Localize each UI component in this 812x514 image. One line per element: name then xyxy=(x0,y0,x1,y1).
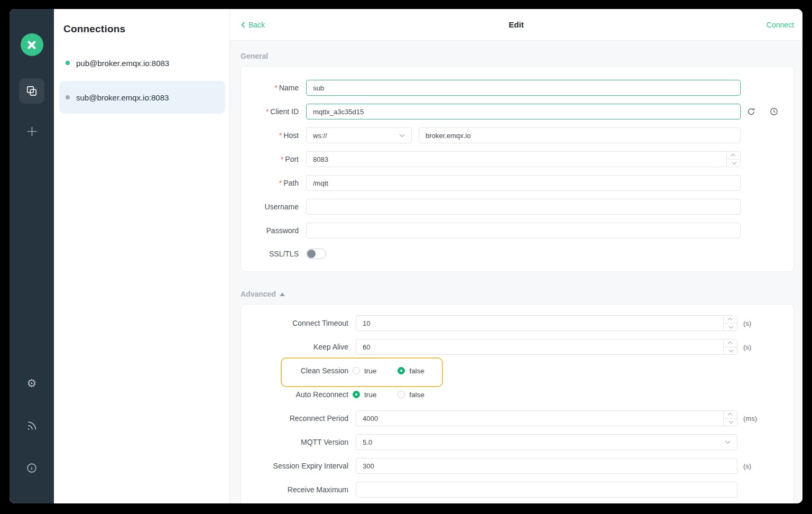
clean-session-row: Clean Session true false xyxy=(252,363,793,379)
chevron-up-icon xyxy=(727,413,732,417)
protocol-select[interactable]: ws:// xyxy=(306,127,412,143)
name-input[interactable] xyxy=(306,80,741,96)
stepper-down-button[interactable] xyxy=(724,418,737,426)
settings-button[interactable]: ⚙ xyxy=(24,375,40,391)
username-row: Username xyxy=(252,199,793,215)
advanced-section-label[interactable]: Advanced xyxy=(241,290,794,298)
stepper-up-button[interactable] xyxy=(724,316,737,323)
main-area: Back Edit Connect General *Name *Client … xyxy=(230,9,802,503)
client-id-input[interactable] xyxy=(306,104,741,120)
chevron-down-icon xyxy=(728,324,733,328)
path-row: *Path xyxy=(252,175,793,191)
connection-item-pub[interactable]: pub@broker.emqx.io:8083 xyxy=(54,48,229,78)
connect-button[interactable]: Connect xyxy=(767,21,794,29)
host-label: *Host xyxy=(252,131,299,140)
name-row: *Name xyxy=(252,80,793,96)
required-mark: * xyxy=(281,155,283,163)
status-dot-connected xyxy=(66,61,70,65)
page-title: Edit xyxy=(509,20,523,29)
panel-title: Connections xyxy=(54,9,229,35)
mqtt-version-value: 5.0 xyxy=(363,438,372,446)
keep-alive-row: Keep Alive (s) xyxy=(252,339,793,355)
app-window: ⚙ Connections p xyxy=(10,9,802,503)
mqtt-version-label: MQTT Version xyxy=(252,438,348,446)
edit-form-content: General *Name *Client ID xyxy=(230,41,802,503)
connections-list: pub@broker.emqx.io:8083 sub@broker.emqx.… xyxy=(54,48,229,114)
path-input[interactable] xyxy=(306,175,741,191)
advanced-card: Connect Timeout (s) Keep Alive xyxy=(241,304,794,503)
connect-timeout-input[interactable] xyxy=(356,315,737,331)
keep-alive-stepper xyxy=(723,339,737,354)
connect-timeout-label: Connect Timeout xyxy=(252,319,348,327)
keep-alive-input[interactable] xyxy=(356,339,737,355)
chevron-up-icon xyxy=(727,318,732,322)
clean-session-radio-group: true false xyxy=(353,367,425,375)
password-input[interactable] xyxy=(306,223,741,238)
stepper-down-button[interactable] xyxy=(724,347,737,355)
back-button[interactable]: Back xyxy=(241,21,265,29)
unit-label: (s) xyxy=(743,343,751,351)
radio-option-label: false xyxy=(409,367,425,375)
connect-timeout-stepper xyxy=(723,316,737,331)
radio-unselected-icon xyxy=(398,391,405,398)
sidebar-item-connections[interactable] xyxy=(19,78,44,104)
protocol-value: ws:// xyxy=(313,132,327,140)
client-id-history-button[interactable] xyxy=(770,107,778,116)
username-input[interactable] xyxy=(306,199,741,215)
status-dot-disconnected xyxy=(66,95,70,99)
general-card: *Name *Client ID xyxy=(241,66,794,272)
feed-button[interactable] xyxy=(24,418,40,434)
stepper-up-button[interactable] xyxy=(727,152,740,159)
clean-session-true-option[interactable]: true xyxy=(353,367,376,375)
auto-reconnect-false-option[interactable]: false xyxy=(398,391,425,399)
new-connection-button[interactable] xyxy=(21,121,42,142)
host-input[interactable] xyxy=(419,127,741,143)
general-section-label: General xyxy=(241,52,794,60)
reconnect-period-input[interactable] xyxy=(356,410,737,426)
client-id-row: *Client ID xyxy=(252,104,793,120)
keep-alive-label: Keep Alive xyxy=(252,343,348,351)
ssl-tls-toggle[interactable] xyxy=(306,249,326,259)
clean-session-false-option[interactable]: false xyxy=(398,367,425,375)
connection-item-sub[interactable]: sub@broker.emqx.io:8083 xyxy=(59,81,225,114)
unit-label: (s) xyxy=(743,462,751,470)
auto-reconnect-true-option[interactable]: true xyxy=(353,391,376,399)
stepper-up-button[interactable] xyxy=(724,339,737,347)
stepper-down-button[interactable] xyxy=(727,159,740,167)
info-icon xyxy=(26,462,38,474)
ssl-tls-row: SSL/TLS xyxy=(252,246,793,261)
radio-option-label: false xyxy=(409,391,425,399)
chevron-down-icon xyxy=(732,160,736,164)
chevron-down-icon xyxy=(399,134,405,137)
session-expiry-row: Session Expiry Interval (s) xyxy=(252,458,793,474)
host-row: *Host ws:// xyxy=(252,127,793,143)
port-input[interactable] xyxy=(306,151,741,167)
receive-maximum-input[interactable] xyxy=(356,482,737,498)
receive-maximum-row: Receive Maximum xyxy=(252,482,793,498)
refresh-icon xyxy=(747,107,755,116)
radio-unselected-icon xyxy=(353,367,360,374)
refresh-client-id-button[interactable] xyxy=(747,107,755,116)
required-mark: * xyxy=(266,107,269,116)
radio-option-label: true xyxy=(364,367,376,375)
about-button[interactable] xyxy=(24,460,40,476)
client-id-label: *Client ID xyxy=(252,107,299,116)
reconnect-period-stepper xyxy=(723,411,737,426)
reconnect-period-row: Reconnect Period (ms) xyxy=(252,410,793,426)
auto-reconnect-label: Auto Reconnect xyxy=(252,390,348,399)
connections-icon xyxy=(25,85,38,97)
ssl-tls-label: SSL/TLS xyxy=(252,250,299,258)
session-expiry-input[interactable] xyxy=(356,458,737,474)
name-label: *Name xyxy=(252,84,299,92)
mqtt-version-select[interactable]: 5.0 xyxy=(356,434,737,450)
stepper-down-button[interactable] xyxy=(724,323,737,331)
receive-maximum-label: Receive Maximum xyxy=(252,485,348,494)
stepper-up-button[interactable] xyxy=(724,411,737,418)
collapse-triangle-icon xyxy=(280,292,285,296)
chevron-down-icon xyxy=(725,440,731,444)
connection-label: pub@broker.emqx.io:8083 xyxy=(76,59,169,68)
mqttx-logo xyxy=(21,33,43,56)
radio-option-label: true xyxy=(364,391,376,399)
connect-timeout-row: Connect Timeout (s) xyxy=(252,315,793,331)
required-mark: * xyxy=(279,179,282,187)
